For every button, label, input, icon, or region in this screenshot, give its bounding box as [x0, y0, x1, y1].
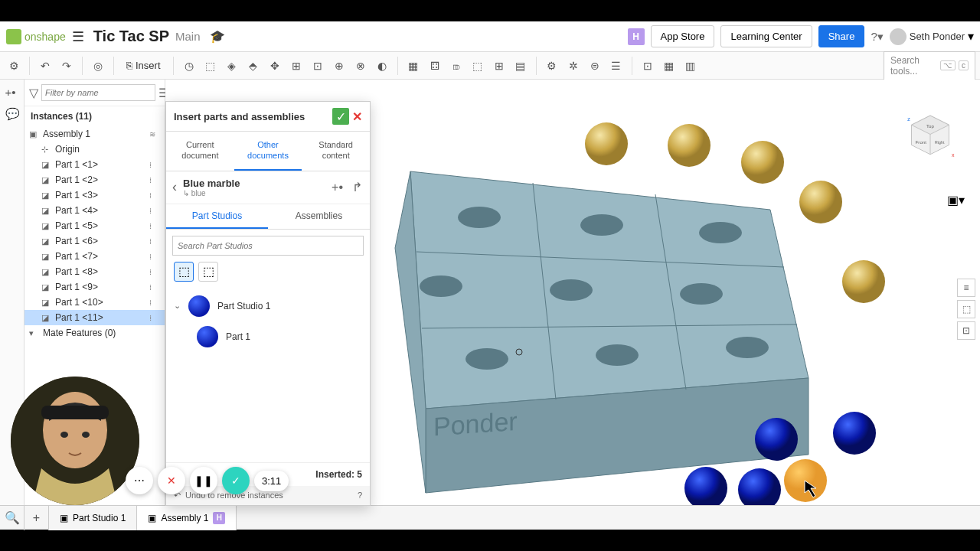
mate-icon[interactable]: ⁞: [149, 298, 160, 307]
tool-icon-10[interactable]: ◐: [373, 57, 391, 75]
tool-icon-4[interactable]: ⬘: [244, 57, 263, 75]
tool-icon-20[interactable]: ☰: [607, 57, 626, 75]
blue-marble[interactable]: [755, 418, 798, 461]
tool-icon-19[interactable]: ⊜: [586, 57, 604, 75]
feature-list-icon[interactable]: ⚙: [5, 57, 23, 75]
tool-icon-14[interactable]: ⬚: [469, 57, 487, 75]
player-cancel-button[interactable]: ✕: [158, 467, 185, 494]
insert-button[interactable]: ⎘ Insert: [120, 57, 167, 74]
undo-icon[interactable]: ↶: [36, 57, 54, 75]
gold-marble[interactable]: [799, 181, 842, 223]
display-mode-icon[interactable]: ▣▾: [947, 193, 965, 207]
dialog-confirm-button[interactable]: ✓: [332, 108, 349, 125]
search-part-studios-input[interactable]: [172, 236, 364, 256]
mate-icon[interactable]: ⁞: [149, 283, 160, 292]
tool-icon-7[interactable]: ⊡: [309, 57, 327, 75]
mate-icon[interactable]: ⁞: [149, 161, 160, 169]
right-tool-3[interactable]: ⊡: [957, 321, 975, 340]
tool-icon-21[interactable]: ⊡: [639, 57, 657, 75]
gold-marble[interactable]: [741, 141, 784, 184]
filter-icon[interactable]: ▽: [29, 86, 38, 100]
tool-icon-23[interactable]: ▥: [681, 57, 700, 75]
gold-marble[interactable]: [585, 122, 628, 165]
tool-icon-16[interactable]: ▤: [511, 57, 530, 75]
app-store-button[interactable]: App Store: [651, 25, 715, 47]
suppress-icon[interactable]: ≋: [149, 130, 160, 139]
tool-icon-11[interactable]: ▦: [404, 57, 423, 75]
mate-icon[interactable]: ⁞: [149, 253, 160, 261]
tab-add-icon[interactable]: +: [24, 506, 49, 530]
dialog-tab-current[interactable]: Current document: [166, 132, 234, 171]
tree-part-item[interactable]: ◪Part 1 <5>⁞: [24, 218, 165, 233]
tool-icon-15[interactable]: ⊞: [490, 57, 508, 75]
view-toggle-thumb[interactable]: ⬚: [174, 262, 194, 282]
tree-part-item[interactable]: ◪Part 1 <6>⁞: [24, 233, 165, 249]
filter-input[interactable]: [41, 84, 155, 101]
subtab-assemblies[interactable]: Assemblies: [268, 204, 370, 229]
tree-mate-features[interactable]: ▾ Mate Features (0): [24, 325, 165, 341]
search-tools-input[interactable]: Search tools... ⌥c: [884, 51, 975, 80]
help-icon[interactable]: ?▾: [871, 30, 883, 44]
nav-icon-1[interactable]: +•: [330, 179, 345, 196]
document-branch[interactable]: Main: [175, 30, 201, 43]
tree-part-item[interactable]: ◪Part 1 <11>⁞: [24, 310, 165, 325]
tree-part-item[interactable]: ◪Part 1 <2>⁞: [24, 172, 165, 187]
rail-add-icon[interactable]: +•: [5, 86, 19, 99]
status-badge[interactable]: H: [628, 28, 645, 45]
mate-icon[interactable]: ⁞: [149, 222, 160, 230]
tool-icon-1[interactable]: ◷: [180, 57, 198, 75]
view-toggle-list[interactable]: ⬚: [198, 262, 218, 282]
player-pause-button[interactable]: ❚❚: [190, 467, 217, 494]
blue-marble[interactable]: [833, 412, 876, 455]
mate-icon[interactable]: ⁞: [149, 314, 160, 322]
dragging-marble[interactable]: [784, 459, 827, 502]
tree-part-item[interactable]: ◪Part 1 <10>⁞: [24, 295, 165, 310]
gold-marble[interactable]: [842, 260, 885, 303]
gold-marble[interactable]: [668, 124, 710, 167]
tool-icon-5[interactable]: ✥: [266, 57, 284, 75]
mate-icon[interactable]: ⁞: [149, 268, 160, 276]
graduation-icon[interactable]: 🎓: [210, 29, 225, 44]
blue-marble[interactable]: [738, 468, 781, 505]
tree-part-item[interactable]: ◪Part 1 <7>⁞: [24, 249, 165, 264]
mate-icon[interactable]: ⁞: [149, 191, 160, 200]
nav-icon-2[interactable]: ↱: [351, 178, 364, 196]
tree-part-item[interactable]: ◪Part 1 <8>⁞: [24, 264, 165, 279]
tab-search-icon[interactable]: 🔍: [0, 506, 24, 530]
tool-icon-22[interactable]: ▦: [660, 57, 678, 75]
tree-part-item[interactable]: ◪Part 1 <9>⁞: [24, 279, 165, 295]
tool-icon-17[interactable]: ⚙: [543, 57, 561, 75]
mate-icon[interactable]: ⁞: [149, 237, 160, 246]
mate-icon[interactable]: ⁞: [149, 176, 160, 184]
dialog-tab-other[interactable]: Other documents: [234, 132, 302, 171]
back-icon[interactable]: ‹: [172, 179, 177, 195]
help-small-icon[interactable]: ?: [358, 491, 362, 500]
tree-assembly[interactable]: ▣ Assembly 1 ≋: [24, 126, 165, 142]
dialog-tab-standard[interactable]: Standard content: [302, 132, 370, 171]
target-icon[interactable]: ◎: [89, 57, 107, 75]
share-button[interactable]: Share: [818, 25, 865, 47]
blue-marble[interactable]: [684, 467, 727, 505]
player-confirm-button[interactable]: ✓: [222, 467, 250, 494]
tool-icon-8[interactable]: ⊕: [330, 57, 348, 75]
learning-center-button[interactable]: Learning Center: [720, 25, 812, 47]
right-tool-2[interactable]: ⬚: [957, 300, 975, 318]
tool-icon-9[interactable]: ⊗: [351, 57, 370, 75]
part-row[interactable]: Part 1: [174, 321, 362, 352]
tool-icon-6[interactable]: ⊞: [287, 57, 305, 75]
mate-icon[interactable]: ⁞: [149, 207, 160, 215]
tree-origin[interactable]: ⊹ Origin: [24, 142, 165, 157]
right-tool-1[interactable]: ≡: [957, 279, 975, 297]
tab-assembly[interactable]: ▣ Assembly 1 H: [137, 506, 237, 530]
tree-part-item[interactable]: ◪Part 1 <3>⁞: [24, 187, 165, 203]
user-menu[interactable]: Seth Ponder ▾: [890, 28, 974, 45]
dialog-close-button[interactable]: ✕: [352, 109, 362, 124]
tool-icon-3[interactable]: ◈: [223, 57, 241, 75]
part-studio-row[interactable]: ⌄ Part Studio 1: [174, 291, 362, 321]
tool-icon-2[interactable]: ⬚: [201, 57, 220, 75]
tool-icon-18[interactable]: ✲: [564, 57, 583, 75]
player-more-button[interactable]: ⋯: [126, 467, 153, 494]
board-model[interactable]: Ponder: [395, 171, 808, 493]
tab-part-studio[interactable]: ▣ Part Studio 1: [49, 506, 137, 530]
tool-icon-13[interactable]: ⎄: [447, 57, 466, 75]
